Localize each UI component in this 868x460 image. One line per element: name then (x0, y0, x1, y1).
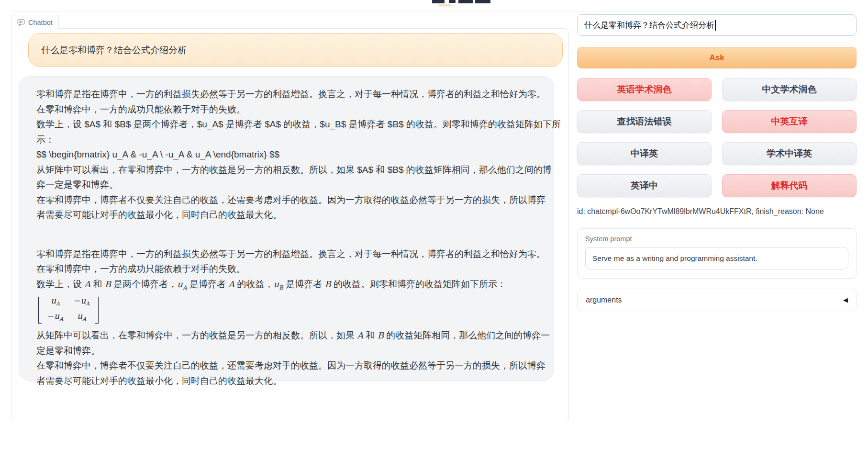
question-input[interactable]: 什么是零和博弈？结合公式介绍分析 (577, 14, 857, 36)
bot-message-line: 零和博弈是指在博弈中，一方的利益损失必然等于另一方的利益增益。换言之，对于每一种… (36, 247, 536, 262)
quick-action-button[interactable]: 中译英 (577, 142, 712, 165)
bot-message-line: 在零和博弈中，一方的成功只能依赖于对手的失败。 (36, 261, 536, 277)
bot-message-line: 从矩阵中可以看出，在零和博弈中，一方的收益是另一方的相反数。所以，如果 A 和 … (36, 328, 536, 343)
quick-action-button[interactable]: 中英互译 (722, 110, 857, 133)
bot-message-line: 在零和博弈中，博弈者不仅要关注自己的收益，还需要考虑对手的收益。因为一方取得的收… (36, 192, 536, 208)
bot-message-bubble: 零和博弈是指在博弈中，一方的利益损失必然等于另一方的利益增益。换言之，对于每一种… (19, 76, 554, 381)
chatbot-panel: 什么是零和博弈？结合公式介绍分析 零和博弈是指在博弈中，一方的利益损失必然等于另… (11, 28, 569, 422)
user-message-bubble: 什么是零和博弈？结合公式介绍分析 (28, 33, 563, 67)
quick-action-button[interactable]: 解释代码 (722, 174, 857, 197)
bot-message-line: 在零和博弈中，博弈者不仅要关注自己的收益，还需要考虑对手的收益。因为一方取得的收… (36, 358, 536, 373)
system-prompt-label: System prompt (585, 235, 848, 243)
bot-message-line: 弈一定是零和博弈。 (36, 177, 536, 192)
paragraph-spacer (36, 223, 536, 247)
quick-actions-grid: 英语学术润色中文学术润色查找语法错误中英互译中译英学术中译英英译中解释代码 (577, 78, 857, 197)
question-input-value: 什么是零和博弈？结合公式介绍分析 (584, 20, 714, 31)
accordion-collapse-icon: ◀ (843, 296, 848, 303)
chatbot-panel-label: Chatbot (11, 15, 59, 30)
arguments-accordion-label: arguments (586, 296, 622, 304)
quick-action-button[interactable]: 英译中 (577, 174, 712, 197)
system-prompt-value: Serve me as a writing and programming as… (592, 254, 757, 263)
bot-message-line: $$ \begin{bmatrix} u_A & -u_A \ -u_A & u… (36, 147, 536, 162)
ask-button[interactable]: Ask (577, 47, 857, 68)
quick-action-button[interactable]: 查找语法错误 (577, 110, 712, 133)
bot-message-line: 零和博弈是指在博弈中，一方的利益损失必然等于另一方的利益增益。换言之，对于每一种… (36, 87, 536, 102)
top-divider (11, 11, 857, 12)
text-caret (715, 20, 716, 31)
bot-message-line: 在零和博弈中，一方的成功只能依赖于对手的失败。 (36, 102, 536, 117)
payoff-matrix: uA−uA−uAuA (38, 297, 99, 324)
bot-message-line: 者需要尽可能让对手的收益最小化，同时自己的收益最大化。 (36, 207, 536, 223)
user-message-text: 什么是零和博弈？结合公式介绍分析 (41, 44, 187, 56)
app-canvas: Chatbot 什么是零和博弈？结合公式介绍分析 零和博弈是指在博弈中，一方的利… (0, 0, 868, 460)
bot-message-line: 从矩阵中可以看出，在零和博弈中，一方的收益是另一方的相反数。所以，如果 $A$ … (36, 162, 536, 178)
bot-message-line: 示： (36, 132, 536, 147)
bot-message-line: 者需要尽可能让对手的收益最小化，同时自己的收益最大化。 (36, 373, 536, 389)
arguments-accordion-header[interactable]: arguments ◀ (577, 289, 857, 311)
chat-bubble-icon (17, 19, 25, 26)
quick-action-button[interactable]: 英语学术润色 (577, 78, 712, 101)
system-prompt-input[interactable]: Serve me as a writing and programming as… (585, 247, 848, 269)
quick-action-button[interactable]: 中文学术润色 (722, 78, 857, 101)
bot-message-line: 定是零和博弈。 (36, 343, 536, 359)
bot-message-line: 数学上，设 A 和 B 是两个博弈者，uA 是博弈者 A 的收益，uB 是博弈者… (36, 277, 536, 295)
system-prompt-box: System prompt Serve me as a writing and … (577, 228, 857, 279)
quick-action-button[interactable]: 学术中译英 (722, 142, 857, 165)
bot-message-line: 数学上，设 $A$ 和 $B$ 是两个博弈者，$u_A$ 是博弈者 $A$ 的收… (36, 117, 536, 132)
chatbot-panel-label-text: Chatbot (28, 19, 53, 26)
completion-status-text: id: chatcmpl-6wOo7KrYTwMl89lbrMWRu4UkFFX… (577, 207, 857, 216)
